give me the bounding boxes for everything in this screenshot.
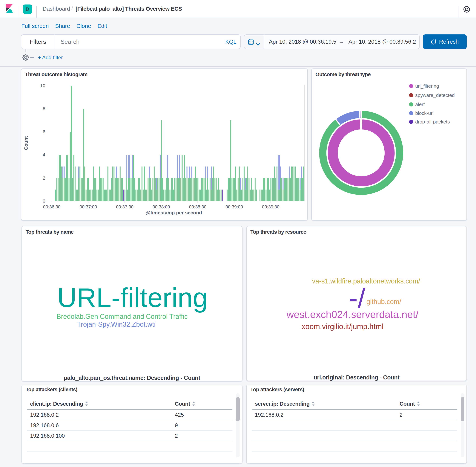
svg-text:8: 8: [43, 106, 45, 111]
svg-text:block-url: block-url: [415, 110, 434, 116]
svg-text:Count: Count: [23, 136, 29, 150]
svg-text:@timestamp per second: @timestamp per second: [146, 210, 202, 216]
svg-text:github.com/: github.com/: [366, 298, 401, 306]
svg-text:spyware_detected: spyware_detected: [415, 92, 455, 98]
svg-text:0: 0: [43, 198, 45, 204]
svg-text:alert: alert: [415, 102, 425, 107]
svg-text:URL-filtering: URL-filtering: [57, 283, 208, 313]
svg-text:00:38:30: 00:38:30: [189, 204, 206, 209]
svg-text:10: 10: [40, 83, 45, 88]
svg-text:4: 4: [43, 152, 45, 157]
svg-text:Trojan-Spy.Win32.Zbot.wti: Trojan-Spy.Win32.Zbot.wti: [77, 321, 156, 328]
svg-text:xoom.virgilio.it/jump.html: xoom.virgilio.it/jump.html: [302, 322, 384, 331]
svg-text:drop-all-packets: drop-all-packets: [415, 119, 450, 125]
svg-text:6: 6: [43, 129, 45, 134]
svg-text:va-s1.wildfire.paloaltonetwork: va-s1.wildfire.paloaltonetworks.com/: [312, 277, 420, 285]
svg-text:00:36:30: 00:36:30: [43, 204, 60, 209]
svg-text:00:39:30: 00:39:30: [262, 204, 279, 209]
svg-text:2: 2: [43, 176, 45, 181]
svg-text:00:37:30: 00:37:30: [116, 204, 134, 209]
svg-text:Bredolab.Gen Command and Contr: Bredolab.Gen Command and Control Traffic: [56, 313, 188, 320]
svg-text:00:38:00: 00:38:00: [152, 204, 170, 209]
svg-text:west.exch024.serverdata.net/: west.exch024.serverdata.net/: [287, 309, 418, 320]
svg-text:url_filtering: url_filtering: [415, 83, 439, 89]
svg-text:00:37:00: 00:37:00: [79, 204, 97, 209]
svg-text:00:39:00: 00:39:00: [225, 204, 243, 209]
